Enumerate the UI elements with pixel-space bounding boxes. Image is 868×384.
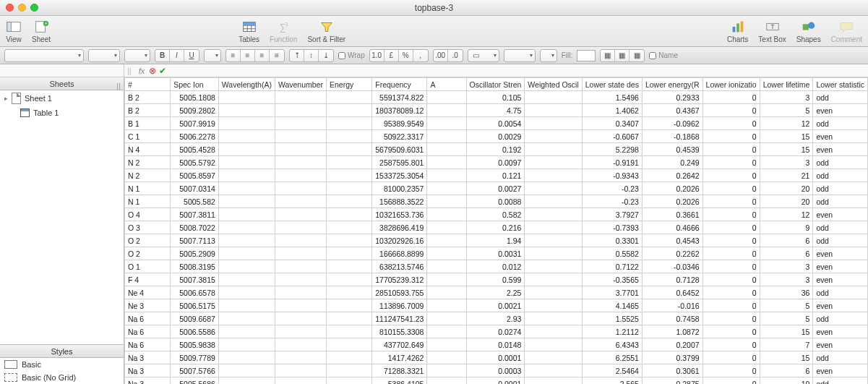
cell[interactable]: 0 [702, 273, 760, 286]
formula-input[interactable] [166, 64, 868, 77]
cell[interactable]: 0.0001 [466, 351, 525, 364]
cell[interactable]: 0 [702, 169, 760, 182]
cell[interactable]: 0.2026 [642, 195, 702, 208]
valign-bot-button[interactable]: ⤓ [319, 50, 333, 61]
cell[interactable]: 28510593.755 [372, 286, 427, 299]
cell[interactable]: 3.7701 [582, 286, 642, 299]
table-row[interactable]: Na 35007.576671288.33210.00032.54640.306… [125, 364, 868, 377]
cell[interactable] [326, 182, 371, 195]
cell[interactable]: 5386.4105 [372, 377, 427, 385]
cell[interactable]: 638213.5746 [372, 260, 427, 273]
cell[interactable]: 5007.7113 [171, 234, 219, 247]
cell[interactable]: 6.2551 [582, 351, 642, 364]
cell[interactable]: O 2 [125, 234, 171, 247]
cell[interactable] [525, 130, 582, 143]
cell[interactable]: 5008.7022 [171, 221, 219, 234]
cell[interactable]: 0 [702, 195, 760, 208]
cell[interactable]: 0 [702, 364, 760, 377]
numfmt-10[interactable]: 1.0 [370, 50, 384, 61]
cell[interactable] [326, 377, 371, 385]
cell[interactable] [218, 221, 275, 234]
cell[interactable] [525, 221, 582, 234]
cell[interactable]: 180378089.12 [372, 104, 427, 117]
cell[interactable]: C 1 [125, 130, 171, 143]
cell[interactable]: 3 [760, 156, 813, 169]
textbox-button[interactable]: T Text Box [758, 20, 786, 43]
cell[interactable]: 5007.3815 [171, 273, 219, 286]
cell[interactable]: 0.4666 [642, 221, 702, 234]
cell[interactable]: 20 [760, 195, 813, 208]
column-header[interactable]: Lower ionizatio [702, 78, 760, 91]
cell[interactable]: 0.4543 [642, 234, 702, 247]
cell[interactable]: 1533725.3054 [372, 169, 427, 182]
cell[interactable]: 0 [702, 104, 760, 117]
table-row[interactable]: O 15008.3195638213.57460.0120.7122-0.034… [125, 260, 868, 273]
spreadsheet-canvas[interactable]: #Spec IonWavelength(A)WavenumberEnergyFr… [124, 77, 868, 384]
cell[interactable]: odd [813, 312, 868, 325]
cell[interactable]: 5 [760, 104, 813, 117]
cell[interactable]: 81000.2357 [372, 182, 427, 195]
table-row[interactable]: Na 35009.77891417.42620.00016.25510.3799… [125, 351, 868, 364]
table-row[interactable]: B 25009.2802180378089.124.751.40620.4367… [125, 104, 868, 117]
table-row[interactable]: C 15006.227850922.33170.0029-0.6067-0.18… [125, 130, 868, 143]
cell[interactable]: -0.23 [582, 182, 642, 195]
cell[interactable] [525, 299, 582, 312]
cell[interactable] [275, 156, 326, 169]
cell[interactable] [525, 208, 582, 221]
cell[interactable]: N 4 [125, 143, 171, 156]
cell[interactable]: 6 [760, 364, 813, 377]
cell[interactable] [326, 104, 371, 117]
cell[interactable]: even [813, 260, 868, 273]
font-family-combo[interactable] [4, 49, 84, 62]
cell[interactable]: odd [813, 377, 868, 385]
cell[interactable]: 3 [760, 91, 813, 104]
cell[interactable]: 95389.9549 [372, 117, 427, 130]
table-row[interactable]: F 45007.381517705239.3120.599-0.35650.71… [125, 273, 868, 286]
cell[interactable] [275, 247, 326, 260]
column-header[interactable]: Lower energy(R [642, 78, 702, 91]
cell[interactable]: even [813, 143, 868, 156]
cell[interactable] [525, 182, 582, 195]
cell[interactable]: Na 3 [125, 364, 171, 377]
cell[interactable]: -0.0962 [642, 117, 702, 130]
cell[interactable] [218, 260, 275, 273]
cell[interactable] [218, 247, 275, 260]
cell[interactable]: B 2 [125, 104, 171, 117]
cell[interactable]: 0.0148 [466, 338, 525, 351]
cell[interactable] [218, 182, 275, 195]
cell[interactable]: 3828696.419 [372, 221, 427, 234]
numfmt-percent[interactable]: % [399, 50, 413, 61]
cell[interactable] [427, 182, 466, 195]
cell[interactable] [525, 364, 582, 377]
cell[interactable]: 5005.5686 [171, 377, 219, 385]
cell[interactable]: 0.0088 [466, 195, 525, 208]
table-row[interactable]: Na 65006.5586810155.33080.02741.21121.08… [125, 325, 868, 338]
cell[interactable] [326, 364, 371, 377]
cell[interactable] [427, 91, 466, 104]
cell[interactable] [525, 195, 582, 208]
cell[interactable] [525, 260, 582, 273]
cell[interactable] [525, 104, 582, 117]
cell[interactable]: 12 [760, 117, 813, 130]
cell[interactable]: 10321653.736 [372, 208, 427, 221]
cell[interactable]: 0.2875 [642, 377, 702, 385]
cancel-icon[interactable]: ⊗ [149, 66, 156, 76]
cell[interactable] [275, 104, 326, 117]
cell[interactable] [427, 364, 466, 377]
numfmt-thousands[interactable]: , [413, 50, 428, 61]
style-basic[interactable]: Basic [0, 358, 124, 371]
cell[interactable]: Na 6 [125, 338, 171, 351]
cell[interactable] [218, 299, 275, 312]
cell[interactable]: 15 [760, 143, 813, 156]
cell[interactable]: 0.105 [466, 91, 525, 104]
cell[interactable]: Ne 4 [125, 286, 171, 299]
cell[interactable]: 2.25 [466, 286, 525, 299]
table-row[interactable]: Na 65005.9838437702.6490.01486.43430.200… [125, 338, 868, 351]
view-button[interactable]: View [6, 20, 22, 43]
zoom-icon[interactable] [30, 4, 38, 12]
layout-a[interactable]: ▦ [601, 50, 615, 61]
table-row[interactable]: N 15007.031481000.23570.0027-0.230.20260… [125, 182, 868, 195]
cell[interactable] [427, 338, 466, 351]
cell[interactable] [326, 91, 371, 104]
cell[interactable] [525, 91, 582, 104]
